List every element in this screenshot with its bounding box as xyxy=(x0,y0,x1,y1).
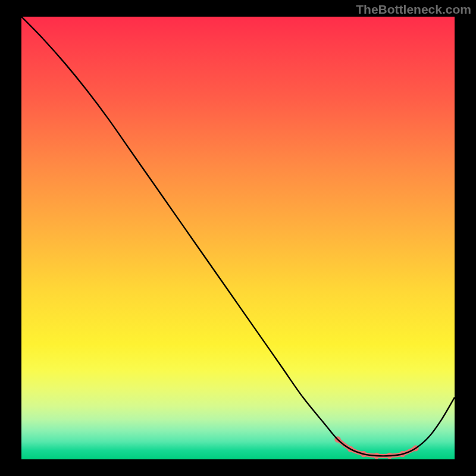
curve-layer xyxy=(21,17,455,459)
bottleneck-curve-line xyxy=(21,17,455,456)
bottleneck-chart xyxy=(21,17,455,459)
watermark-text: TheBottleneck.com xyxy=(356,2,471,17)
